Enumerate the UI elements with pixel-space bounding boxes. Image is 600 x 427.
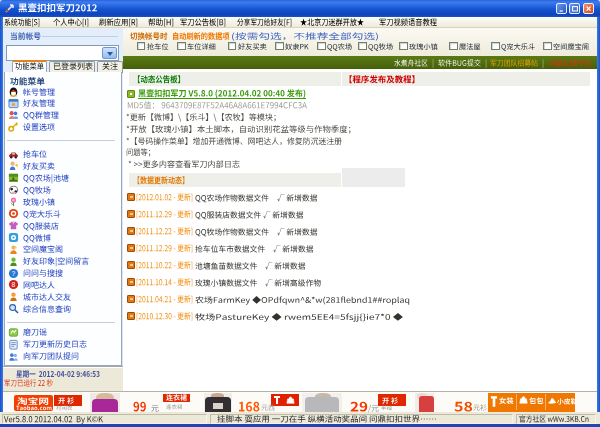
svg-text:8: 8 [12, 281, 16, 288]
svg-text:?: ? [12, 269, 16, 276]
